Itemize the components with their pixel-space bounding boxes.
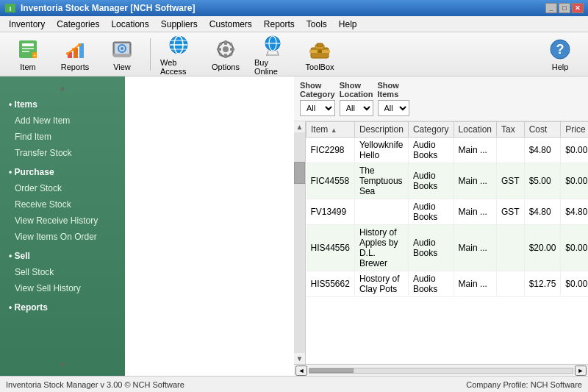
category-filter-label: ShowCategory — [300, 81, 335, 99]
sidebar-link-transfer-stock[interactable]: Transfer Stock — [0, 145, 125, 161]
cell-description: History of Apples by D.L. Brewer — [354, 225, 408, 271]
table-row[interactable]: HIS44556 History of Apples by D.L. Brewe… — [306, 225, 589, 271]
view-icon — [110, 38, 134, 61]
item-btn-label: Item — [20, 63, 35, 71]
menu-customers[interactable]: Customers — [204, 18, 258, 31]
scroll-down-btn[interactable]: ▼ — [294, 353, 305, 364]
menu-reports[interactable]: Reports — [258, 18, 301, 31]
scroll-up-btn[interactable]: ▲ — [294, 121, 305, 132]
cell-item: FIC2298 — [306, 138, 355, 163]
maximize-btn[interactable]: □ — [559, 3, 570, 13]
toolbar-options-btn[interactable]: Options — [204, 35, 248, 74]
sidebar-link-sell-stock[interactable]: Sell Stock — [0, 264, 125, 280]
toolbar-item-btn[interactable]: + Item — [6, 35, 50, 74]
sidebar-section-reports: Reports — [0, 296, 125, 316]
svg-rect-3 — [22, 43, 34, 46]
toolbar-view-btn[interactable]: View — [100, 35, 144, 74]
toolbar-reports-btn[interactable]: Reports — [53, 35, 97, 74]
window-controls: _ □ ✕ — [545, 3, 584, 13]
hscroll-thumb[interactable] — [309, 368, 354, 373]
location-filter-group: ShowLocation All — [340, 81, 373, 116]
cell-location: Main ... — [453, 138, 496, 163]
cell-description: Yellowknife Hello — [354, 138, 408, 163]
close-btn[interactable]: ✕ — [572, 3, 584, 13]
item-icon: + — [16, 38, 40, 61]
col-price[interactable]: Price — [561, 122, 588, 138]
sidebar-section-sell: Sell — [0, 245, 125, 264]
cell-description: Hostory of Clay Pots — [354, 271, 408, 297]
sidebar-scroll-up[interactable]: ▲ — [0, 82, 125, 93]
buy-online-btn-label: Buy Online — [254, 58, 291, 76]
cell-tax — [496, 138, 524, 163]
col-item[interactable]: Item ▲ — [306, 122, 355, 138]
sidebar-scroll-down[interactable]: ▼ — [0, 359, 125, 370]
cell-category: Audio Books — [408, 199, 453, 225]
menu-tools[interactable]: Tools — [301, 18, 333, 31]
minimize-btn[interactable]: _ — [545, 3, 557, 13]
toolbar-toolbox-btn[interactable]: ToolBox — [298, 35, 342, 74]
items-filter-group: ShowItems All — [378, 81, 409, 116]
menu-locations[interactable]: Locations — [105, 18, 154, 31]
filter-bar: ShowCategory All ShowLocation All ShowIt… — [294, 76, 588, 121]
menu-categories[interactable]: Categories — [51, 18, 105, 31]
sidebar-link-view-sell-history[interactable]: View Sell History — [0, 280, 125, 296]
menu-help[interactable]: Help — [333, 18, 363, 31]
cell-location: Main ... — [453, 163, 496, 199]
toolbar-web-access-btn[interactable]: Web Access — [157, 35, 201, 74]
cell-price: $0.00 — [561, 163, 588, 199]
toolbar-help-btn[interactable]: ? Help — [538, 35, 582, 74]
sidebar-link-receive-stock[interactable]: Receive Stock — [0, 196, 125, 213]
svg-point-13 — [78, 43, 81, 46]
sidebar-link-order-stock[interactable]: Order Stock — [0, 180, 125, 196]
cell-tax: GST — [496, 199, 524, 225]
cell-cost: $4.80 — [524, 138, 561, 163]
svg-rect-40 — [317, 43, 323, 46]
location-filter-select[interactable]: All — [340, 100, 373, 116]
category-filter-select[interactable]: All — [300, 100, 335, 116]
hscroll-left-btn[interactable]: ◄ — [295, 366, 307, 376]
svg-point-18 — [121, 47, 123, 50]
table-row[interactable]: HIS55662 Hostory of Clay Pots Audio Book… — [306, 271, 589, 297]
reports-btn-label: Reports — [61, 63, 90, 71]
cell-location: Main ... — [453, 225, 496, 271]
cell-tax — [496, 225, 524, 271]
scroll-thumb[interactable] — [294, 162, 305, 184]
cell-category: Audio Books — [408, 225, 453, 271]
cell-cost: $20.00 — [524, 225, 561, 271]
items-filter-select[interactable]: All — [378, 100, 409, 116]
table-row[interactable]: FIC2298 Yellowknife Hello Audio Books Ma… — [306, 138, 589, 163]
svg-rect-42 — [318, 50, 322, 53]
table-row[interactable]: FV13499 Audio Books Main ... GST $4.80 $… — [306, 199, 589, 225]
cell-category: Audio Books — [408, 271, 453, 297]
sidebar-link-view-items-on-order[interactable]: View Items On Order — [0, 229, 125, 245]
cell-item: HIS55662 — [306, 271, 355, 297]
col-cost[interactable]: Cost — [524, 122, 561, 138]
svg-rect-16 — [113, 54, 131, 57]
col-category[interactable]: Category — [408, 122, 453, 138]
table-row[interactable]: FIC44558 The Temptuous Sea Audio Books M… — [306, 163, 589, 199]
sidebar-link-view-receive-history[interactable]: View Receive History — [0, 213, 125, 229]
svg-rect-5 — [22, 51, 29, 52]
buy-icon — [261, 33, 284, 57]
svg-point-12 — [72, 48, 75, 51]
svg-rect-28 — [217, 48, 221, 51]
view-btn-label: View — [113, 63, 131, 71]
options-btn-label: Options — [212, 63, 240, 71]
cell-tax: GST — [496, 163, 524, 199]
col-tax[interactable]: Tax — [496, 122, 524, 138]
menu-suppliers[interactable]: Suppliers — [155, 18, 204, 31]
cell-price: $0.00 — [561, 225, 588, 271]
menu-inventory[interactable]: Inventory — [3, 18, 51, 31]
status-right: Company Profile: NCH Software — [466, 380, 582, 389]
cell-tax — [496, 271, 524, 297]
main-content: ▲ Items Add New Item Find Item Transfer … — [0, 76, 588, 376]
col-description[interactable]: Description — [354, 122, 408, 138]
toolbar-buy-online-btn[interactable]: Buy Online — [251, 35, 295, 74]
hscroll-right-btn[interactable]: ► — [575, 366, 587, 376]
toolbar: + Item Reports — [0, 32, 588, 76]
col-location[interactable]: Location — [453, 122, 496, 138]
reports-icon — [63, 38, 87, 61]
menu-bar: Inventory Categories Locations Suppliers… — [0, 16, 588, 32]
sidebar-link-add-new-item[interactable]: Add New Item — [0, 113, 125, 129]
sidebar-link-find-item[interactable]: Find Item — [0, 129, 125, 145]
